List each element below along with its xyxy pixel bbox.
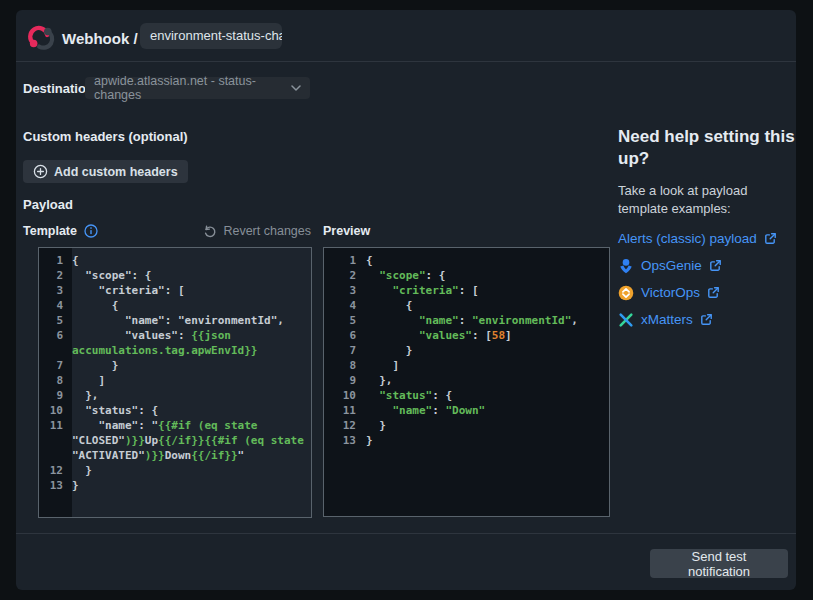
link-opsgenie[interactable]: OpsGenie	[618, 257, 798, 274]
page-title: Webhook /	[62, 30, 138, 47]
chevron-down-icon	[291, 85, 301, 91]
code-line: 6 "values": [58]	[324, 328, 609, 343]
code-line: 13}	[39, 478, 311, 493]
code-line: 5 "name": "environmentId",	[39, 313, 311, 328]
revert-icon	[203, 224, 217, 238]
code-line: 2 "scope": {	[39, 268, 311, 283]
webhook-name-input[interactable]: environment-status-cha	[140, 23, 282, 49]
link-xmatters[interactable]: xMatters	[618, 311, 798, 328]
code-line: 7 }	[39, 358, 311, 373]
payload-label: Payload	[23, 197, 73, 212]
code-line: 1{	[324, 253, 609, 268]
destination-value: apwide.atlassian.net - status-changes	[94, 74, 283, 102]
link-alerts-classic-payload[interactable]: Alerts (classic) payload	[618, 230, 798, 247]
add-custom-headers-button[interactable]: Add custom headers	[23, 160, 188, 183]
screen: Webhook / environment-status-cha Destina…	[0, 0, 813, 600]
footer-divider	[16, 533, 796, 534]
send-test-notification-button[interactable]: Send test notification	[650, 549, 788, 578]
template-label: Template	[23, 224, 98, 238]
info-icon[interactable]	[84, 224, 98, 238]
code-line: 8 ]	[324, 358, 609, 373]
code-line: 7 }	[324, 343, 609, 358]
help-column: Need help setting this up? Take a look a…	[618, 126, 798, 328]
custom-headers-label: Custom headers (optional)	[23, 129, 188, 144]
code-line: 13}	[324, 433, 609, 448]
code-line: 11 "name": "Down"	[324, 403, 609, 418]
code-line: 4 {	[324, 298, 609, 313]
revert-changes-label: Revert changes	[223, 224, 311, 238]
code-line: 3 "criteria": [	[324, 283, 609, 298]
preview-code-pane: 1{2 "scope": {3 "criteria": [4 {5 "name"…	[323, 247, 610, 517]
link-victorops[interactable]: VictorOps	[618, 284, 798, 301]
webhook-config-panel: Webhook / environment-status-cha Destina…	[16, 10, 796, 590]
code-line: 10 "status": {	[324, 388, 609, 403]
opsgenie-icon	[618, 258, 634, 274]
preview-label: Preview	[323, 224, 370, 238]
xmatters-icon	[618, 312, 634, 328]
code-line: 8 ]	[39, 373, 311, 388]
external-link-icon	[707, 286, 720, 299]
webhook-logo-icon	[23, 19, 60, 56]
revert-changes-button[interactable]: Revert changes	[203, 224, 311, 238]
code-line: 9 },	[39, 388, 311, 403]
code-line: 1{	[39, 253, 311, 268]
destination-select[interactable]: apwide.atlassian.net - status-changes	[85, 77, 310, 99]
external-link-icon	[700, 313, 713, 326]
code-line: 12 }	[39, 463, 311, 478]
code-line: 3 "criteria": [	[39, 283, 311, 298]
external-link-icon	[709, 259, 722, 272]
plus-circle-icon	[33, 164, 48, 179]
template-code-editor[interactable]: 1{2 "scope": {3 "criteria": [4 {5 "name"…	[38, 247, 312, 518]
destination-label: Destination	[23, 81, 94, 96]
code-line: 9 },	[324, 373, 609, 388]
header-divider	[16, 61, 796, 62]
add-custom-headers-label: Add custom headers	[54, 165, 178, 179]
code-line: 12 }	[324, 418, 609, 433]
help-title: Need help setting this up?	[618, 126, 798, 170]
code-line: 10 "status": {	[39, 403, 311, 418]
code-line: 2 "scope": {	[324, 268, 609, 283]
code-line: 6 "values": {{json accumulations.tag.apw…	[39, 328, 311, 358]
code-line: 4 {	[39, 298, 311, 313]
external-link-icon	[764, 232, 777, 245]
help-subtitle: Take a look at payload template examples…	[618, 182, 798, 217]
victorops-icon	[618, 285, 634, 301]
code-line: 11 "name": "{{#if (eq state "CLOSED")}}U…	[39, 418, 311, 463]
code-line: 5 "name": "environmentId",	[324, 313, 609, 328]
